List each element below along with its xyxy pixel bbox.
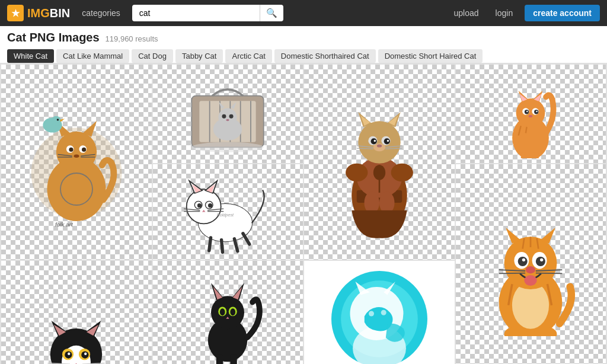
svg-point-115	[536, 257, 545, 266]
cat-carrier-image	[171, 75, 284, 152]
svg-point-15	[51, 116, 60, 125]
svg-rect-77	[521, 152, 527, 158]
svg-point-143	[84, 353, 87, 355]
svg-point-172	[369, 311, 374, 317]
svg-text:folk art: folk art	[55, 221, 74, 228]
grid-cell-9[interactable]	[153, 261, 304, 364]
search-form: 🔍	[132, 5, 283, 21]
svg-point-43	[358, 121, 400, 163]
result-count: 119,960 results	[106, 34, 158, 43]
cartoon-orange-cat-image	[483, 206, 578, 336]
svg-point-17	[56, 119, 59, 121]
filter-tag-5[interactable]: Domestic Shorthaired Cat	[274, 49, 376, 63]
svg-point-117	[540, 258, 543, 261]
svg-point-40	[391, 163, 413, 181]
upload-button[interactable]: upload	[449, 6, 484, 20]
svg-text:Boldpest: Boldpest	[217, 212, 234, 218]
svg-rect-78	[533, 152, 539, 158]
teal-cat-logo-image	[326, 266, 433, 364]
filter-tag-0[interactable]: White Cat	[7, 49, 54, 63]
svg-point-50	[370, 138, 376, 144]
svg-point-42	[373, 165, 385, 180]
folk-art-cats-image: folk art	[23, 82, 130, 242]
svg-point-162	[231, 308, 236, 315]
svg-point-9	[74, 154, 79, 157]
black-cat-image	[186, 273, 269, 365]
header: ★ IMGBIN categories 🔍 upload login creat…	[0, 0, 607, 26]
svg-point-51	[384, 138, 389, 144]
svg-rect-165	[231, 354, 237, 364]
svg-point-39	[346, 163, 368, 181]
svg-point-88	[197, 203, 202, 207]
logo-text: IMGBIN	[27, 7, 70, 20]
svg-line-97	[234, 239, 237, 251]
svg-point-76	[529, 115, 533, 117]
black-white-cat-image	[24, 289, 128, 364]
grid-cell-8[interactable]	[1, 261, 152, 364]
svg-point-114	[518, 257, 528, 266]
filter-tag-4[interactable]: Arctic Cat	[225, 49, 271, 63]
svg-point-118	[526, 266, 535, 273]
svg-point-8	[82, 147, 86, 151]
grid-cell-3[interactable]	[304, 65, 455, 260]
create-account-button[interactable]: create account	[525, 5, 600, 21]
page-title-row: Cat PNG Images 119,960 results	[7, 31, 600, 44]
svg-marker-111	[540, 228, 555, 244]
svg-point-52	[373, 139, 375, 141]
filter-tag-2[interactable]: Cat Dog	[132, 49, 173, 63]
svg-rect-164	[216, 354, 223, 364]
svg-point-116	[522, 258, 525, 261]
svg-point-142	[68, 353, 70, 355]
logo-star-icon: ★	[7, 5, 24, 21]
svg-line-59	[385, 148, 402, 149]
image-grid: folk art	[0, 63, 607, 364]
svg-line-123	[536, 273, 562, 273]
svg-point-29	[219, 108, 237, 126]
svg-line-121	[499, 273, 525, 273]
svg-point-7	[69, 147, 73, 151]
svg-point-32	[222, 114, 226, 119]
svg-line-57	[357, 148, 373, 149]
svg-point-2	[56, 131, 97, 171]
filter-tags: White CatCat Like MammalCat DogTabby Cat…	[7, 49, 600, 63]
categories-button[interactable]: categories	[77, 6, 125, 20]
svg-point-154	[211, 296, 244, 329]
search-input[interactable]	[132, 5, 260, 21]
orange-cat-standing-image	[492, 69, 569, 158]
svg-line-96	[221, 240, 222, 253]
search-icon: 🔍	[266, 8, 277, 18]
svg-marker-110	[506, 228, 521, 244]
svg-point-35	[192, 142, 264, 152]
filter-tag-1[interactable]: Cat Like Mammal	[56, 49, 129, 63]
grid-cell-1[interactable]: folk art	[1, 65, 152, 260]
svg-point-119	[525, 275, 537, 286]
svg-line-95	[209, 238, 211, 251]
grid-cell-5[interactable]: Boldpest	[153, 164, 304, 260]
grid-cell-6[interactable]	[304, 261, 455, 364]
filter-tag-3[interactable]: Tabby Cat	[175, 49, 223, 63]
svg-point-33	[229, 114, 234, 119]
sub-header: Cat PNG Images 119,960 results White Cat…	[0, 26, 607, 63]
login-button[interactable]: login	[491, 6, 518, 20]
grid-cell-4[interactable]	[456, 65, 606, 163]
svg-point-81	[186, 189, 221, 223]
svg-point-53	[387, 139, 389, 141]
filter-tag-6[interactable]: Domestic Short Haired Cat	[378, 49, 483, 63]
svg-point-55	[377, 144, 382, 147]
svg-point-75	[536, 111, 538, 112]
cat-line-art-image: Boldpest	[173, 169, 283, 255]
grid-cell-2[interactable]	[153, 65, 304, 163]
search-button[interactable]: 🔍	[260, 5, 283, 21]
svg-point-65	[516, 98, 545, 127]
page-title: Cat PNG Images	[7, 31, 100, 44]
fantasy-cat-image	[329, 76, 430, 248]
svg-point-173	[381, 310, 386, 315]
logo[interactable]: ★ IMGBIN	[7, 5, 70, 21]
svg-point-89	[208, 203, 212, 207]
svg-point-34	[226, 119, 229, 121]
grid-cell-7[interactable]	[456, 164, 606, 364]
svg-point-161	[220, 308, 225, 315]
svg-point-74	[526, 111, 528, 112]
